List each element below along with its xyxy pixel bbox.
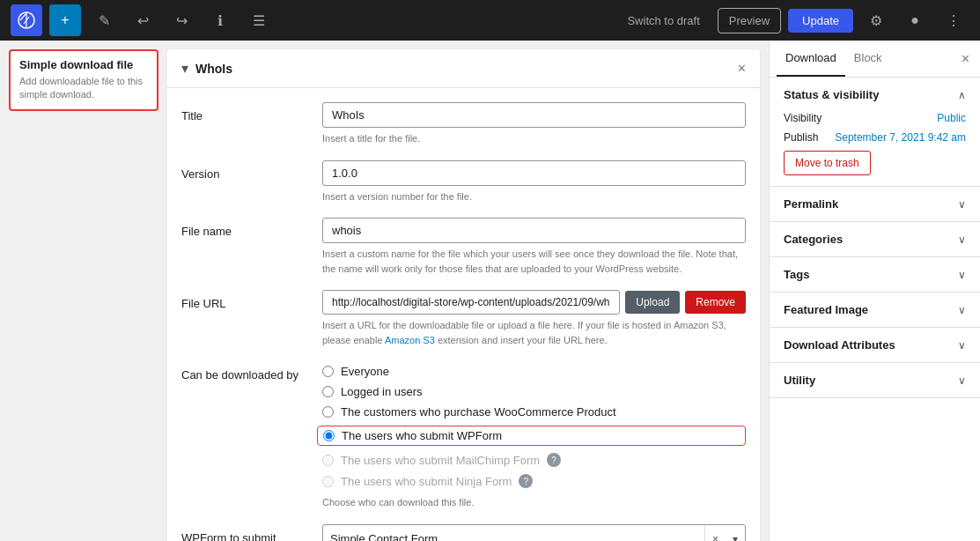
panel-toggle-icon[interactable]: ▾ (181, 60, 188, 77)
radio-mailchimp-input[interactable] (322, 455, 334, 466)
tooltip-title: Simple download file (19, 58, 148, 71)
switch-draft-button[interactable]: Switch to draft (616, 9, 710, 33)
left-panel: Simple download file Add downloadable fi… (0, 41, 167, 541)
update-button[interactable]: Update (788, 9, 853, 33)
permalink-chevron: ∨ (958, 198, 966, 211)
radio-mailchimp: The users who submit MailChimp Form ? (322, 453, 746, 467)
radio-everyone: Everyone (322, 365, 746, 378)
settings-button[interactable]: ⚙ (860, 4, 892, 36)
remove-button[interactable]: Remove (685, 291, 746, 314)
tab-download[interactable]: Download (777, 41, 845, 77)
radio-everyone-input[interactable] (322, 366, 334, 377)
version-field: Insert a version number for the file. (322, 160, 746, 204)
upload-button[interactable]: Upload (625, 291, 680, 314)
wpform-select-value: Simple Contact Form (323, 525, 704, 542)
tags-header[interactable]: Tags ∨ (770, 257, 980, 292)
visibility-value[interactable]: Public (937, 112, 966, 124)
plugins-button[interactable]: ● (899, 4, 931, 36)
info-button[interactable]: ℹ (204, 4, 236, 36)
list-icon: ☰ (253, 12, 265, 29)
panel-header: ▾ WhoIs × (167, 49, 760, 88)
undo-icon: ↩ (137, 12, 149, 29)
radio-ninja-input[interactable] (322, 476, 334, 487)
sidebar-close-button[interactable]: × (958, 48, 973, 70)
title-input[interactable] (322, 102, 746, 128)
wp-logo (11, 4, 42, 36)
fileurl-hint-after: extension and insert your file URL here. (435, 335, 608, 345)
select-arrow-icon[interactable]: ▾ (726, 525, 745, 542)
radio-logged-in: Logged in users (322, 385, 746, 398)
file-url-input-row: Upload Remove (322, 290, 746, 315)
right-sidebar: Download Block × Status & visibility ∧ V… (769, 41, 980, 541)
amazon-s3-link[interactable]: Amazon S3 (385, 335, 435, 345)
visibility-row: Visibility Public (784, 112, 966, 124)
categories-title: Categories (784, 233, 843, 246)
radio-logged-in-input[interactable] (322, 386, 334, 397)
categories-header[interactable]: Categories ∨ (770, 222, 980, 256)
utility-section: Utility ∨ (770, 363, 980, 398)
status-visibility-header[interactable]: Status & visibility ∧ (770, 78, 980, 112)
wpform-select-wrapper[interactable]: Simple Contact Form × ▾ (322, 524, 746, 542)
status-visibility-chevron: ∧ (958, 89, 966, 101)
utility-header[interactable]: Utility ∨ (770, 363, 980, 397)
panel-close-button[interactable]: × (738, 61, 746, 77)
ellipsis-icon: ⋮ (947, 12, 961, 29)
tooltip-box: Simple download file Add downloadable fi… (9, 49, 158, 111)
content-area: ▾ WhoIs × Title Insert a title for the f… (167, 41, 769, 541)
publish-label: Publish (784, 131, 818, 144)
permalink-title: Permalink (784, 197, 838, 211)
permalink-section: Permalink ∨ (770, 187, 980, 222)
utility-title: Utility (784, 374, 815, 387)
publish-value[interactable]: September 7, 2021 9:42 am (835, 131, 966, 144)
radio-wpform-input[interactable] (323, 430, 335, 441)
permalink-header[interactable]: Permalink ∨ (770, 187, 980, 221)
radio-hint: Choose who can download this file. (322, 495, 746, 510)
filename-row: File name Insert a custom name for the f… (181, 218, 746, 276)
status-visibility-title: Status & visibility (784, 88, 879, 101)
title-field: Insert a title for the file. (322, 102, 746, 146)
gear-icon: ⚙ (870, 12, 882, 29)
version-label: Version (181, 160, 322, 181)
redo-button[interactable]: ↪ (166, 4, 197, 36)
list-button[interactable]: ☰ (243, 4, 275, 36)
can-download-label: Can be downloaded by (181, 361, 322, 382)
tags-section: Tags ∨ (770, 257, 980, 293)
can-download-row: Can be downloaded by Everyone Logged in … (181, 361, 746, 510)
filename-input[interactable] (322, 218, 746, 243)
mailchimp-help-icon[interactable]: ? (547, 453, 561, 467)
version-input[interactable] (322, 160, 746, 186)
can-download-field: Everyone Logged in users The customers w… (322, 361, 746, 510)
tags-title: Tags (784, 268, 809, 281)
undo-button[interactable]: ↩ (127, 4, 158, 36)
more-options-button[interactable]: ⋮ (938, 4, 969, 36)
select-x-icon[interactable]: × (704, 525, 726, 542)
featured-image-header[interactable]: Featured Image ∨ (770, 293, 980, 327)
radio-ninja-label: The users who submit Ninja Form (341, 475, 512, 488)
tags-chevron: ∨ (958, 269, 966, 281)
add-block-button[interactable]: + (49, 4, 81, 36)
download-attributes-title: Download Attributes (784, 338, 895, 352)
plugin-icon: ● (910, 12, 919, 28)
download-panel: ▾ WhoIs × Title Insert a title for the f… (167, 49, 760, 541)
status-visibility-content: Visibility Public Publish September 7, 2… (770, 112, 980, 186)
tab-block[interactable]: Block (845, 41, 891, 77)
move-to-trash-button[interactable]: Move to trash (784, 151, 871, 175)
title-row: Title Insert a title for the file. (181, 102, 746, 146)
filename-label: File name (181, 218, 322, 238)
radio-wpform: The users who submit WPForm (317, 426, 746, 446)
edit-button[interactable]: ✎ (88, 4, 120, 36)
redo-icon: ↪ (176, 12, 188, 29)
featured-image-chevron: ∨ (958, 304, 966, 316)
filename-field: Insert a custom name for the file which … (322, 218, 746, 276)
fileurl-label: File URL (181, 290, 322, 310)
download-attributes-header[interactable]: Download Attributes ∨ (770, 328, 980, 362)
title-hint: Insert a title for the file. (322, 131, 746, 146)
utility-chevron: ∨ (958, 374, 966, 387)
ninja-help-icon[interactable]: ? (519, 474, 533, 488)
fileurl-row: File URL Upload Remove Insert a URL for … (181, 290, 746, 347)
radio-woocommerce-input[interactable] (322, 406, 334, 418)
panel-title: WhoIs (195, 62, 738, 76)
fileurl-input[interactable] (322, 290, 620, 315)
preview-button[interactable]: Preview (718, 8, 781, 33)
form-body: Title Insert a title for the file. Versi… (167, 88, 760, 541)
